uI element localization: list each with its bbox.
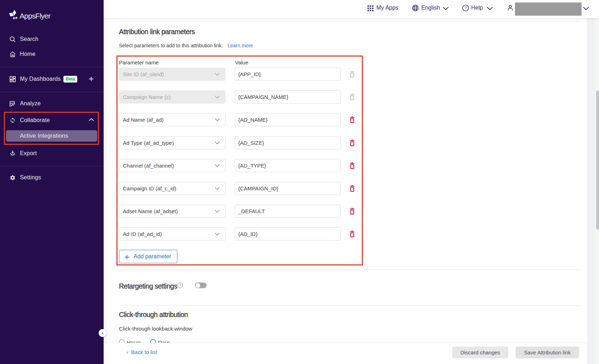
svg-text:?: ?: [179, 284, 181, 287]
svg-text:?: ?: [464, 6, 467, 10]
